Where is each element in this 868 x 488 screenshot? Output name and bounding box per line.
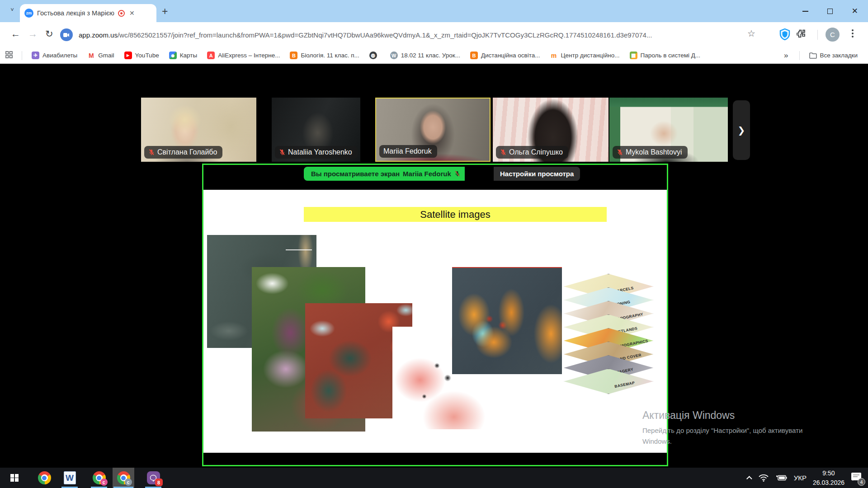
wordpress-icon: W [390,52,398,59]
bookmark-aviabilety[interactable]: ✈Авиабилеты [32,52,77,59]
windows-logo-icon [10,474,19,482]
address-bar[interactable]: app.zoom.us/wc/85625021557/join?ref_from… [79,31,741,39]
bookmark-globe[interactable]: ◍ [369,52,380,59]
blogger-icon: B [290,52,297,59]
window-close-button[interactable]: ✕ [852,7,858,15]
participant-video-svitlana[interactable]: Світлана Голайбо [141,98,256,162]
taskbar-clock[interactable]: 9:50 26.03.2026 [813,469,844,487]
start-button[interactable] [4,468,25,488]
bookmarks-bar: ✈Авиабилеты MGmail ▶YouTube ◉Карты AAliE… [0,47,868,64]
participant-video-olha[interactable]: Ольга Сліпушко [493,98,609,162]
zenmate-shield-icon[interactable] [779,28,790,42]
bookmark-biology[interactable]: BБіологія. 11 клас. п... [290,52,359,59]
next-participants-button[interactable]: ❯ [733,100,750,160]
chart-icon: ▦ [630,52,637,59]
taskbar-word[interactable]: W [59,468,80,488]
youtube-icon: ▶ [124,52,132,59]
participant-name-badge: Ольга Сліпушко [496,146,568,159]
apps-grid-icon[interactable] [5,51,13,60]
watermark-title: Активація Windows [642,409,802,422]
notification-count-badge: 4 [858,478,865,486]
bookmark-label: Центр дистанційно... [561,52,620,59]
zoom-favicon-icon: zm [24,9,33,18]
globe-icon: ◍ [369,52,377,59]
battery-icon[interactable] [775,474,788,481]
taskbar-date: 26.03.2026 [813,478,844,487]
taskbar-viber[interactable]: 8 [142,468,164,488]
gis-layer [564,369,653,394]
bookmark-maps[interactable]: ◉Карты [169,52,197,59]
wifi-icon[interactable] [759,474,769,482]
bookmark-aliexpress[interactable]: AAliExpress – Інтерне... [207,52,280,59]
folder-icon [809,52,817,59]
muted-mic-icon [500,149,506,156]
new-tab-button[interactable]: + [162,5,168,18]
taskbar-chrome-profile-1[interactable]: c [88,468,110,488]
tab-close-icon[interactable]: ✕ [129,9,135,17]
slide-title-banner: Satellite images [304,207,607,222]
bookmark-label: Карты [180,52,197,59]
participant-name-badge: Світлана Голайбо [144,146,222,159]
land-use-map [452,267,562,374]
bookmark-password[interactable]: ▦Пароль в системі Д... [630,52,701,59]
browser-menu-icon[interactable] [852,28,854,39]
tab-search-chevron-icon[interactable]: ˅ [6,6,18,16]
view-settings-button[interactable]: Настройки просмотра [494,167,580,181]
reload-button[interactable]: ↻ [45,28,53,39]
browser-titlebar: ˅ zm Гостьова лекція з Марією ✕ + ✕ [0,0,868,22]
all-bookmarks-label: Все закладки [820,52,858,59]
chrome-icon: c [117,471,130,484]
url-path: /wc/85625021557/join?ref_from=launch&fro… [118,31,652,39]
back-button[interactable]: ← [11,28,20,39]
bookmarks-divider [22,51,22,60]
action-center-button[interactable]: 4 [851,472,862,483]
muted-mic-icon [617,149,623,156]
shared-screen-region: Вы просматриваете экран Mariia Fedoruk Н… [202,164,668,466]
bookmark-label: Пароль в системі Д... [641,52,701,59]
camera-in-use-icon[interactable] [60,28,73,41]
bookmark-label: YouTube [135,52,159,59]
participant-name: Nataliia Yaroshenko [288,148,352,156]
bookmark-lesson[interactable]: W18.02 11 клас. Урок... [390,52,460,59]
participant-name: Mykola Bashtovyi [626,148,682,156]
muted-mic-icon [148,149,155,156]
window-maximize-button[interactable] [827,9,833,14]
language-indicator[interactable]: УКР [794,474,807,482]
presenter-name: Mariia Fedoruk [403,170,451,178]
bookmarks-overflow-chevron[interactable]: » [784,51,788,60]
profile-avatar[interactable]: C [826,28,840,42]
viber-icon: 8 [147,471,160,484]
aviabilety-icon: ✈ [32,52,39,59]
bookmark-label: Gmail [98,52,114,59]
all-bookmarks-button[interactable]: Все закладки [809,52,858,59]
viber-unread-badge: 8 [155,479,163,486]
bookmark-label: Авиабилеты [42,52,77,59]
gis-layer-stack: PARCELS ZONING TOPOGRAPHY WETLANDS DEMOG… [564,274,661,397]
participant-name: Ольга Сліпушко [509,148,563,156]
taskbar-chrome-profile-2-active[interactable]: c [113,468,134,488]
participant-video-mykola[interactable]: Mykola Bashtovyi [609,98,728,162]
participant-video-nataliia[interactable]: Nataliia Yaroshenko [272,98,360,162]
bookmark-star-icon[interactable]: ☆ [747,28,755,39]
toolbar-divider [817,30,818,40]
aliexpress-icon: A [207,52,215,59]
tray-hidden-icons-chevron[interactable] [746,476,752,482]
presentation-slide: Satellite images PARCELS ZONING TOPOGRAP… [203,190,667,453]
bookmark-distance-center[interactable]: mЦентр дистанційно... [550,52,620,59]
window-minimize-button[interactable] [802,11,808,12]
bookmark-youtube[interactable]: ▶YouTube [124,52,159,59]
moodle-icon: m [550,52,558,59]
taskbar-chrome[interactable] [33,468,55,488]
presenter-muted-mic-icon [454,170,460,177]
url-domain: app.zoom.us [79,31,118,39]
bookmarks-divider [799,51,800,60]
extensions-puzzle-icon[interactable] [797,28,807,41]
bookmark-gmail[interactable]: MGmail [87,52,114,59]
browser-tab[interactable]: zm Гостьова лекція з Марією ✕ [20,4,156,22]
watermark-line2: Перейдіть до розділу "Настройки", щоб ак… [642,427,802,434]
forward-button[interactable]: → [28,28,38,39]
participant-name-badge: Nataliia Yaroshenko [275,146,358,159]
viewing-banner: Вы просматриваете экран Mariia Fedoruk [304,167,465,181]
participant-video-mariia[interactable]: Mariia Fedoruk [375,98,491,162]
bookmark-distance-education[interactable]: BДистанційна освіта... [470,52,540,59]
